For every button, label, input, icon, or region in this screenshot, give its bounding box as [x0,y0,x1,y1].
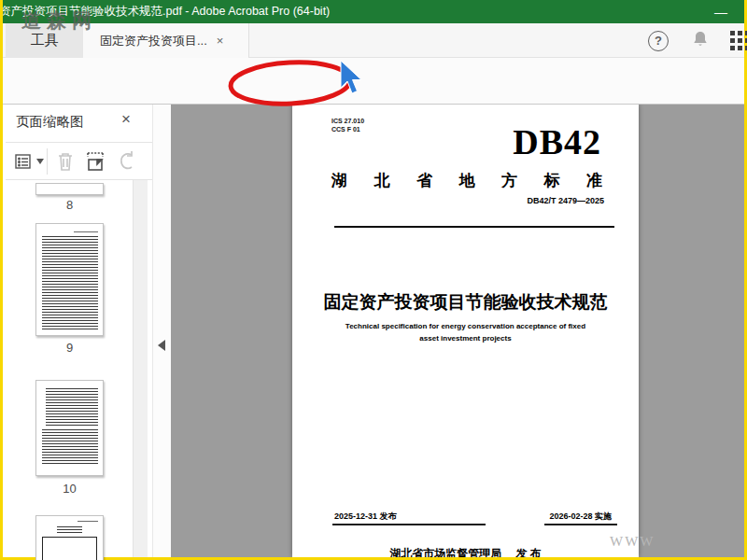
tab-document[interactable]: 固定资产投资项目... × [83,23,249,58]
implementation-date: 2026-02-28 实施 [549,511,612,523]
ccs-line: CCS F 01 [331,125,364,133]
insert-page-icon[interactable] [84,150,106,173]
site-watermark: 道森网 [21,7,97,34]
thumbnail-page-11[interactable] [35,515,104,560]
panel-collapse-strip[interactable] [152,105,171,557]
document-title: 固定资产投资项目节能验收技术规范 [292,290,639,315]
notification-bell-icon[interactable] [691,30,710,52]
collapse-panel-arrow-icon[interactable] [158,340,165,351]
thumbnails-panel: 页面缩略图 × [6,105,152,557]
thumbnails-panel-title: 页面缩略图 [16,113,84,131]
thumbnails-toolbar [6,143,152,179]
dates-row: 2025-12-31 发布 2026-02-28 实施 [334,511,612,523]
ics-line: ICS 27.010 [331,117,364,125]
thumbnails-panel-close-icon[interactable]: × [121,110,131,129]
publisher-line: 湖北省市场监督管理局 发 布 [292,546,639,557]
thumbnail-label-9: 9 [35,341,104,355]
thumbnail-page-10[interactable] [35,380,104,476]
delete-page-trash-icon[interactable] [54,150,77,173]
thumbnail-label-10: 10 [35,482,104,496]
www-watermark: WWW [610,534,655,550]
thumbnail-page-9[interactable] [35,223,104,336]
minimize-button[interactable]: — [705,0,737,23]
issue-date: 2025-12-31 发布 [334,511,397,523]
tab-tools-label: 工具 [31,32,59,49]
issue-date-underline [332,524,486,525]
help-icon[interactable]: ? [648,31,669,51]
standard-type-heading: 湖 北 省 地 方 标 准 [331,170,602,191]
document-viewport[interactable]: ICS 27.010 CCS F 01 DB42 湖 北 省 地 方 标 准 D… [171,105,744,557]
header-rule [334,226,614,228]
main-toolbar: / 19 40.9% ▾ ▾ ••• [3,58,744,105]
content-area: 页面缩略图 × [3,105,744,557]
thumbnail-page-8[interactable] [35,183,104,195]
standard-number: DB42/T 2479—2025 [527,196,604,205]
rotate-page-icon[interactable] [116,150,138,173]
document-subtitle-en-1: Technical specification for energy conse… [292,322,639,330]
document-subtitle-en-2: asset investment projects [292,334,639,343]
implementation-date-underline [544,524,617,525]
thumbnail-options-icon[interactable] [13,150,45,173]
tab-document-label: 固定资产投资项目... [100,33,207,49]
title-bar: 资产投资项目节能验收技术规范.pdf - Adobe Acrobat Pro (… [3,0,744,23]
thumbnail-label-8: 8 [35,198,104,212]
tab-bar: 工具 固定资产投资项目... × ? [3,23,744,58]
tab-close-icon[interactable]: × [217,34,224,48]
standard-code: DB42 [513,121,601,162]
ics-codes: ICS 27.010 CCS F 01 [331,117,364,133]
thumbnails-scrollbar[interactable] [133,180,148,557]
pdf-page: ICS 27.010 CCS F 01 DB42 湖 北 省 地 方 标 准 D… [292,105,639,557]
apps-grid-icon[interactable] [730,31,747,50]
acrobat-window: 资产投资项目节能验收技术规范.pdf - Adobe Acrobat Pro (… [0,0,747,560]
